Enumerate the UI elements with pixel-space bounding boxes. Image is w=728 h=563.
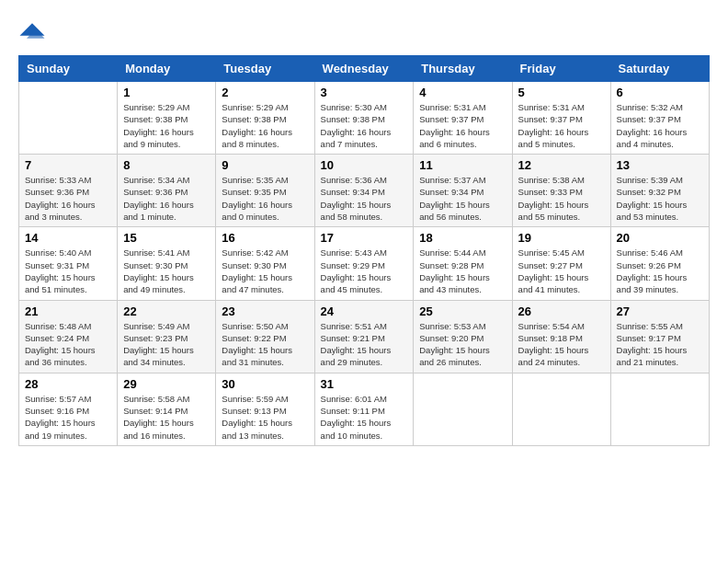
calendar-cell: 31Sunrise: 6:01 AMSunset: 9:11 PMDayligh… [314, 373, 414, 445]
day-info: Sunrise: 5:40 AMSunset: 9:31 PMDaylight:… [25, 247, 111, 295]
col-thursday: Thursday [414, 56, 512, 82]
day-info: Sunrise: 5:57 AMSunset: 9:16 PMDaylight:… [25, 393, 111, 442]
day-info: Sunrise: 5:49 AMSunset: 9:23 PMDaylight:… [123, 320, 210, 369]
day-info: Sunrise: 5:54 AMSunset: 9:18 PMDaylight:… [518, 320, 605, 369]
day-info: Sunrise: 5:38 AMSunset: 9:33 PMDaylight:… [518, 174, 605, 223]
day-number: 10 [321, 158, 408, 172]
calendar-week-row: 1Sunrise: 5:29 AMSunset: 9:38 PMDaylight… [19, 82, 710, 155]
calendar-cell: 11Sunrise: 5:37 AMSunset: 9:34 PMDayligh… [414, 155, 512, 227]
col-tuesday: Tuesday [216, 56, 314, 82]
calendar-cell: 7Sunrise: 5:33 AMSunset: 9:36 PMDaylight… [19, 155, 118, 227]
day-number: 28 [25, 377, 111, 391]
day-info: Sunrise: 5:31 AMSunset: 9:37 PMDaylight:… [518, 101, 605, 150]
calendar-cell: 5Sunrise: 5:31 AMSunset: 9:37 PMDaylight… [512, 82, 610, 155]
day-info: Sunrise: 5:29 AMSunset: 9:38 PMDaylight:… [123, 101, 210, 150]
calendar-cell: 12Sunrise: 5:38 AMSunset: 9:33 PMDayligh… [512, 155, 610, 227]
calendar-cell: 24Sunrise: 5:51 AMSunset: 9:21 PMDayligh… [314, 300, 414, 373]
calendar-week-row: 21Sunrise: 5:48 AMSunset: 9:24 PMDayligh… [19, 300, 710, 373]
day-info: Sunrise: 5:44 AMSunset: 9:28 PMDaylight:… [419, 247, 506, 295]
calendar-table: Sunday Monday Tuesday Wednesday Thursday… [18, 55, 710, 446]
day-number: 6 [617, 86, 703, 99]
day-number: 16 [222, 231, 308, 245]
day-number: 4 [419, 86, 506, 99]
col-wednesday: Wednesday [314, 56, 414, 82]
day-number: 30 [222, 377, 308, 391]
calendar-cell: 28Sunrise: 5:57 AMSunset: 9:16 PMDayligh… [19, 373, 118, 445]
page-header [18, 18, 710, 46]
day-number: 14 [25, 231, 111, 245]
day-number: 2 [222, 86, 308, 99]
calendar-cell: 27Sunrise: 5:55 AMSunset: 9:17 PMDayligh… [610, 300, 709, 373]
calendar-week-row: 7Sunrise: 5:33 AMSunset: 9:36 PMDaylight… [19, 155, 710, 227]
day-number: 5 [518, 86, 605, 99]
calendar-cell: 23Sunrise: 5:50 AMSunset: 9:22 PMDayligh… [216, 300, 314, 373]
day-info: Sunrise: 5:53 AMSunset: 9:20 PMDaylight:… [419, 320, 506, 369]
calendar-week-row: 28Sunrise: 5:57 AMSunset: 9:16 PMDayligh… [19, 373, 710, 445]
calendar-header-row: Sunday Monday Tuesday Wednesday Thursday… [19, 56, 710, 82]
day-info: Sunrise: 5:31 AMSunset: 9:37 PMDaylight:… [419, 101, 506, 150]
calendar-cell [512, 373, 610, 445]
calendar-cell: 22Sunrise: 5:49 AMSunset: 9:23 PMDayligh… [118, 300, 216, 373]
day-info: Sunrise: 5:36 AMSunset: 9:34 PMDaylight:… [321, 174, 408, 223]
day-info: Sunrise: 5:33 AMSunset: 9:36 PMDaylight:… [25, 174, 111, 223]
day-number: 8 [123, 158, 210, 172]
day-info: Sunrise: 5:59 AMSunset: 9:13 PMDaylight:… [222, 393, 308, 442]
day-number: 29 [123, 377, 210, 391]
calendar-cell: 19Sunrise: 5:45 AMSunset: 9:27 PMDayligh… [512, 227, 610, 300]
col-saturday: Saturday [610, 56, 709, 82]
day-info: Sunrise: 5:39 AMSunset: 9:32 PMDaylight:… [617, 174, 703, 223]
calendar-cell: 21Sunrise: 5:48 AMSunset: 9:24 PMDayligh… [19, 300, 118, 373]
calendar-cell: 25Sunrise: 5:53 AMSunset: 9:20 PMDayligh… [414, 300, 512, 373]
calendar-cell: 20Sunrise: 5:46 AMSunset: 9:26 PMDayligh… [610, 227, 709, 300]
col-friday: Friday [512, 56, 610, 82]
day-info: Sunrise: 5:34 AMSunset: 9:36 PMDaylight:… [123, 174, 210, 223]
day-number: 1 [123, 86, 210, 99]
calendar-cell: 13Sunrise: 5:39 AMSunset: 9:32 PMDayligh… [610, 155, 709, 227]
calendar-cell: 1Sunrise: 5:29 AMSunset: 9:38 PMDaylight… [118, 82, 216, 155]
calendar-week-row: 14Sunrise: 5:40 AMSunset: 9:31 PMDayligh… [19, 227, 710, 300]
day-info: Sunrise: 5:46 AMSunset: 9:26 PMDaylight:… [617, 247, 703, 295]
day-info: Sunrise: 5:37 AMSunset: 9:34 PMDaylight:… [419, 174, 506, 223]
calendar-cell: 29Sunrise: 5:58 AMSunset: 9:14 PMDayligh… [118, 373, 216, 445]
day-info: Sunrise: 5:41 AMSunset: 9:30 PMDaylight:… [123, 247, 210, 295]
day-number: 24 [321, 304, 408, 318]
logo [18, 18, 50, 46]
day-number: 11 [419, 158, 506, 172]
day-number: 13 [617, 158, 703, 172]
day-number: 15 [123, 231, 210, 245]
day-number: 12 [518, 158, 605, 172]
day-info: Sunrise: 5:42 AMSunset: 9:30 PMDaylight:… [222, 247, 308, 295]
calendar-cell [19, 82, 118, 155]
day-info: Sunrise: 5:48 AMSunset: 9:24 PMDaylight:… [25, 320, 111, 369]
day-number: 31 [321, 377, 408, 391]
day-info: Sunrise: 5:43 AMSunset: 9:29 PMDaylight:… [321, 247, 408, 295]
day-number: 25 [419, 304, 506, 318]
day-info: Sunrise: 5:32 AMSunset: 9:37 PMDaylight:… [617, 101, 703, 150]
day-number: 23 [222, 304, 308, 318]
day-number: 26 [518, 304, 605, 318]
calendar-cell: 4Sunrise: 5:31 AMSunset: 9:37 PMDaylight… [414, 82, 512, 155]
calendar-cell: 6Sunrise: 5:32 AMSunset: 9:37 PMDaylight… [610, 82, 709, 155]
calendar-cell: 8Sunrise: 5:34 AMSunset: 9:36 PMDaylight… [118, 155, 216, 227]
day-number: 18 [419, 231, 506, 245]
day-info: Sunrise: 5:30 AMSunset: 9:38 PMDaylight:… [321, 101, 408, 150]
day-info: Sunrise: 6:01 AMSunset: 9:11 PMDaylight:… [321, 393, 408, 442]
day-number: 9 [222, 158, 308, 172]
logo-icon [18, 18, 46, 46]
day-number: 27 [617, 304, 703, 318]
day-number: 20 [617, 231, 703, 245]
day-info: Sunrise: 5:35 AMSunset: 9:35 PMDaylight:… [222, 174, 308, 223]
calendar-cell: 3Sunrise: 5:30 AMSunset: 9:38 PMDaylight… [314, 82, 414, 155]
day-number: 21 [25, 304, 111, 318]
calendar-cell: 10Sunrise: 5:36 AMSunset: 9:34 PMDayligh… [314, 155, 414, 227]
day-info: Sunrise: 5:55 AMSunset: 9:17 PMDaylight:… [617, 320, 703, 369]
day-number: 19 [518, 231, 605, 245]
day-number: 7 [25, 158, 111, 172]
day-number: 3 [321, 86, 408, 99]
calendar-cell: 26Sunrise: 5:54 AMSunset: 9:18 PMDayligh… [512, 300, 610, 373]
calendar-cell [414, 373, 512, 445]
day-info: Sunrise: 5:45 AMSunset: 9:27 PMDaylight:… [518, 247, 605, 295]
calendar-cell [610, 373, 709, 445]
calendar-cell: 16Sunrise: 5:42 AMSunset: 9:30 PMDayligh… [216, 227, 314, 300]
day-info: Sunrise: 5:58 AMSunset: 9:14 PMDaylight:… [123, 393, 210, 442]
